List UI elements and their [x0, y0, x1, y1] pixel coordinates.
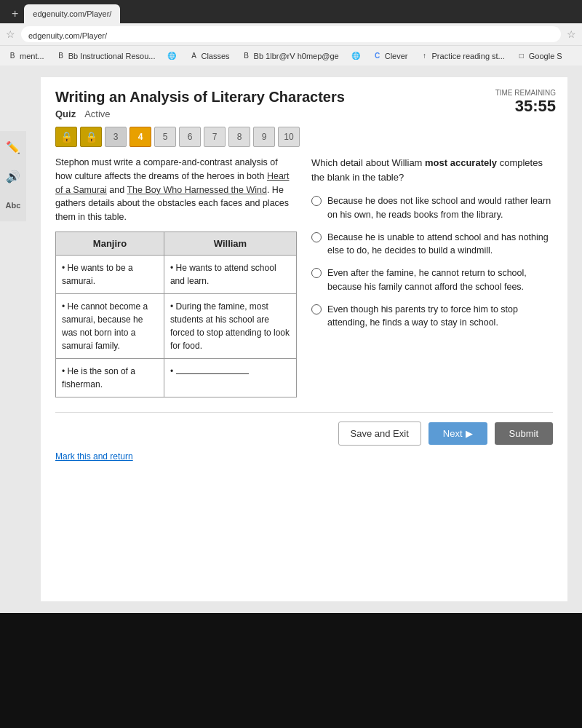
left-panel: Stephon must write a compare-and-contras…	[55, 156, 297, 397]
book2-link[interactable]: The Boy Who Harnessed the Wind	[127, 185, 266, 195]
bookmark-label-ment: ment...	[20, 52, 44, 60]
bookmark-practice-reading[interactable]: ↑ Practice reading st...	[417, 50, 508, 63]
browser-chrome: + edgenuity.com/Player/ ☆ edgenuity.com/…	[0, 0, 582, 66]
page-title: Writing an Analysis of Literary Characte…	[55, 89, 553, 106]
bookmark-label-bb: Bb Instructional Resou...	[68, 52, 156, 60]
next-label: Next	[443, 428, 463, 439]
submit-button[interactable]: Submit	[495, 422, 553, 445]
star-icon[interactable]: ☆	[6, 28, 15, 40]
globe-icon-1: 🌐	[167, 51, 177, 61]
page-wrapper: Writing an Analysis of Literary Characte…	[41, 77, 567, 601]
right-panel: Which detail about William most accurate…	[311, 156, 553, 397]
bookmark-label-library: Bb 1lbr@rV h0mep@ge	[254, 52, 339, 60]
next-button[interactable]: Next ▶	[428, 422, 487, 445]
google-icon: □	[517, 51, 527, 61]
nav-btn-10[interactable]: 10	[278, 127, 300, 147]
nav-btn-8[interactable]: 8	[228, 127, 250, 147]
col2-row1-text: • He wants to attend school and learn.	[170, 263, 276, 286]
tab-label: edgenuity.com/Player/	[33, 9, 111, 18]
bookmark-label-classes: Classes	[201, 52, 229, 60]
clever-icon: C	[372, 51, 383, 61]
nav-btn-4[interactable]: 4	[129, 127, 151, 147]
tab-bar: + edgenuity.com/Player/	[0, 0, 582, 23]
pencil-icon[interactable]: ✏️	[3, 137, 23, 157]
bottom-bar: Save and Exit Next ▶ Submit	[55, 412, 553, 446]
address-input[interactable]: edgenuity.com/Player/	[21, 26, 561, 42]
passage-intro: Stephon must write a compare-and-contras…	[55, 157, 278, 181]
bookmark-globe2[interactable]: 🌐	[348, 50, 364, 63]
option-c[interactable]: Even after the famine, he cannot return …	[311, 266, 553, 294]
bookmark-classes[interactable]: A Classes	[186, 50, 232, 63]
bookmark-label-clever: Clever	[385, 52, 408, 60]
radio-c[interactable]	[311, 268, 322, 278]
mark-return-link[interactable]: Mark this and return	[55, 451, 133, 462]
col2-header: William	[164, 232, 296, 256]
option-b[interactable]: Because he is unable to attend school an…	[311, 231, 553, 258]
bookmark-bb-instructional[interactable]: B Bb Instructional Resou...	[53, 50, 159, 63]
address-bar: ☆ edgenuity.com/Player/ ☆	[0, 23, 582, 45]
sidebar-left: ✏️ 🔊 Abc	[0, 131, 26, 221]
col2-row2-text: • During the famine, most students at hi…	[170, 301, 290, 351]
option-b-text: Because he is unable to attend school an…	[327, 231, 553, 258]
table-row-3: • He is the son of a fisherman. •	[56, 359, 297, 397]
comparison-table: Manjiro William • He wants to be a samur…	[55, 232, 297, 398]
next-arrow-icon: ▶	[466, 428, 473, 439]
question-text: Which detail about William most accurate…	[311, 156, 553, 184]
abc-icon[interactable]: Abc	[3, 195, 23, 215]
option-d[interactable]: Even though his parents try to force him…	[311, 303, 553, 331]
col2-row3: •	[164, 359, 296, 397]
bookmark-ment[interactable]: B ment...	[4, 50, 47, 63]
save-exit-button[interactable]: Save and Exit	[338, 422, 421, 446]
new-tab-button[interactable]: +	[6, 7, 24, 20]
main-content: ✏️ 🔊 Abc Writing an Analysis of Literary…	[0, 66, 582, 613]
audio-icon[interactable]: 🔊	[3, 166, 23, 186]
timer: TIME REMAINING 35:55	[495, 89, 556, 116]
bookmark-globe1[interactable]: 🌐	[164, 50, 180, 63]
bookmark-bb-library[interactable]: B Bb 1lbr@rV h0mep@ge	[239, 50, 342, 63]
option-a-text: Because he does not like school and woul…	[327, 194, 553, 222]
timer-value: 35:55	[495, 97, 556, 116]
middle-text: and	[107, 185, 127, 195]
col2-row2: • During the famine, most students at hi…	[164, 294, 296, 359]
col1-row1: • He wants to be a samurai.	[56, 256, 164, 294]
col1-header: Manjiro	[56, 232, 164, 256]
nav-btn-5[interactable]: 5	[154, 127, 176, 147]
active-label: Active	[84, 108, 110, 119]
bookmark-icon-bb: B	[56, 51, 66, 61]
table-row-2: • He cannot become a samurai, because he…	[56, 294, 297, 359]
col1-row2-text: • He cannot become a samurai, because he…	[62, 301, 148, 351]
bookmark-icon-library: B	[242, 51, 252, 61]
bookmark-label-practice-reading: Practice reading st...	[432, 52, 505, 60]
nav-btn-9[interactable]: 9	[253, 127, 275, 147]
radio-a[interactable]	[311, 196, 322, 206]
nav-btn-lock-2[interactable]: 🔒	[80, 127, 102, 147]
nav-btn-lock-1[interactable]: 🔒	[55, 127, 77, 147]
nav-btn-7[interactable]: 7	[204, 127, 226, 147]
radio-b[interactable]	[311, 232, 322, 242]
col1-row3-text: • He is the son of a fisherman.	[62, 366, 135, 389]
nav-btn-6[interactable]: 6	[179, 127, 201, 147]
content-area: Stephon must write a compare-and-contras…	[55, 156, 553, 397]
nav-btn-3[interactable]: 3	[105, 127, 127, 147]
timer-label: TIME REMAINING	[495, 89, 556, 97]
passage-text: Stephon must write a compare-and-contras…	[55, 156, 297, 224]
table-row-1: • He wants to be a samurai. • He wants t…	[56, 256, 297, 294]
option-a[interactable]: Because he does not like school and woul…	[311, 194, 553, 222]
practice-reading-icon: ↑	[420, 51, 430, 61]
question-nav: 🔒 🔒 3 4 5 6 7 8 9 10	[55, 127, 553, 147]
bookmark-clever[interactable]: C Clever	[370, 50, 411, 63]
radio-d[interactable]	[311, 304, 322, 314]
globe-icon-2: 🌐	[351, 51, 361, 61]
col1-row3: • He is the son of a fisherman.	[56, 359, 164, 397]
option-c-text: Even after the famine, he cannot return …	[327, 266, 553, 294]
col1-row2: • He cannot become a samurai, because he…	[56, 294, 164, 359]
col2-row3-blank: •	[170, 366, 249, 376]
quiz-label: Quiz	[55, 108, 76, 119]
col2-row1: • He wants to attend school and learn.	[164, 256, 296, 294]
bookmark-star-icon[interactable]: ☆	[567, 28, 576, 40]
bookmark-google[interactable]: □ Google S	[514, 50, 565, 63]
active-tab[interactable]: edgenuity.com/Player/	[24, 4, 120, 23]
col1-row1-text: • He wants to be a samurai.	[62, 263, 133, 286]
quiz-status: Quiz Active	[55, 108, 553, 119]
bookmark-icon-ment: B	[7, 51, 17, 61]
